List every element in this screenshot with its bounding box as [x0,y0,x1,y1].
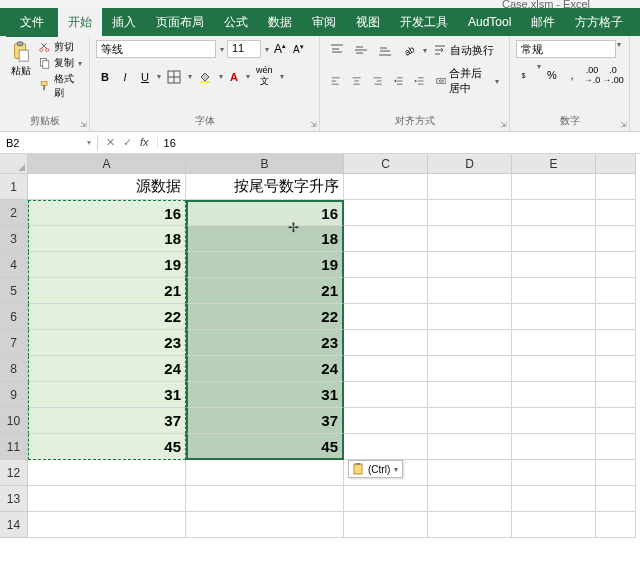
italic-button[interactable]: I [116,68,134,86]
decrease-font-button[interactable]: A▾ [291,43,306,55]
cell[interactable] [596,382,636,408]
increase-decimal-button[interactable]: .00→.0 [583,62,601,88]
cell[interactable] [512,460,596,486]
cell[interactable] [596,200,636,226]
alignment-dialog-launcher[interactable]: ⇲ [500,120,507,129]
cell[interactable] [596,408,636,434]
cell[interactable] [428,174,512,200]
cell[interactable] [428,408,512,434]
cell[interactable]: 22 [186,304,344,330]
cell[interactable] [186,486,344,512]
row-header[interactable]: 5 [0,278,28,304]
number-dialog-launcher[interactable]: ⇲ [620,120,627,129]
cell[interactable] [596,252,636,278]
cell[interactable]: 37 [28,408,186,434]
cell[interactable] [344,382,428,408]
fill-color-button[interactable] [194,67,216,87]
cancel-formula-button[interactable]: ✕ [106,136,115,149]
cell[interactable] [512,226,596,252]
cell[interactable] [428,460,512,486]
col-header-extra[interactable] [596,154,636,174]
chevron-down-icon[interactable]: ▾ [87,138,91,147]
cell[interactable] [428,382,512,408]
align-right-button[interactable] [368,71,387,91]
cell[interactable] [428,200,512,226]
align-bottom-button[interactable] [374,40,396,60]
cell[interactable] [596,226,636,252]
align-top-button[interactable] [326,40,348,60]
clipboard-dialog-launcher[interactable]: ⇲ [80,120,87,129]
cell[interactable] [596,356,636,382]
cell[interactable] [512,252,596,278]
cut-button[interactable]: 剪切 [39,40,83,54]
font-color-button[interactable]: A [225,68,243,86]
cell[interactable] [512,304,596,330]
cell[interactable] [596,304,636,330]
insert-function-button[interactable]: fx [140,136,149,149]
cell[interactable]: 21 [28,278,186,304]
cell[interactable]: 源数据 [28,174,186,200]
cell[interactable] [428,304,512,330]
cell[interactable] [28,512,186,538]
cell[interactable]: 16 [186,200,344,226]
cell[interactable]: 19 [28,252,186,278]
cell[interactable] [596,486,636,512]
cell[interactable]: 24 [28,356,186,382]
tab-insert[interactable]: 插入 [102,8,146,37]
underline-button[interactable]: U [136,68,154,86]
row-header[interactable]: 3 [0,226,28,252]
select-all-corner[interactable] [0,154,28,174]
cell[interactable] [512,382,596,408]
cell[interactable] [344,304,428,330]
worksheet-grid[interactable]: A B C D E 1 源数据 按尾号数字升序 21616 31818 4191… [0,154,640,538]
cell[interactable] [596,330,636,356]
cell[interactable] [344,408,428,434]
cell[interactable] [344,174,428,200]
cell[interactable] [596,174,636,200]
tab-review[interactable]: 审阅 [302,8,346,37]
cell[interactable] [344,486,428,512]
cell[interactable] [596,434,636,460]
tab-formulas[interactable]: 公式 [214,8,258,37]
row-header[interactable]: 4 [0,252,28,278]
row-header[interactable]: 10 [0,408,28,434]
col-header-D[interactable]: D [428,154,512,174]
cell[interactable]: 24 [186,356,344,382]
col-header-E[interactable]: E [512,154,596,174]
cell[interactable] [186,512,344,538]
bold-button[interactable]: B [96,68,114,86]
cell[interactable] [512,330,596,356]
cell[interactable] [428,226,512,252]
cell[interactable] [344,434,428,460]
cell[interactable] [428,356,512,382]
cell[interactable]: 按尾号数字升序 [186,174,344,200]
cell[interactable]: 18 [28,226,186,252]
cell[interactable] [344,512,428,538]
enter-formula-button[interactable]: ✓ [123,136,132,149]
cell[interactable] [512,356,596,382]
cell[interactable] [512,200,596,226]
percent-button[interactable]: % [543,62,561,88]
row-header[interactable]: 12 [0,460,28,486]
cell[interactable]: 45 [28,434,186,460]
row-header[interactable]: 1 [0,174,28,200]
row-header[interactable]: 7 [0,330,28,356]
cell[interactable]: 37 [186,408,344,434]
name-box[interactable]: B2 ▾ [0,135,98,151]
increase-font-button[interactable]: A▴ [272,42,288,56]
cell[interactable] [428,512,512,538]
cell[interactable] [344,330,428,356]
cell[interactable] [344,252,428,278]
phonetic-button[interactable]: wén文 [252,62,277,91]
cell[interactable] [344,200,428,226]
tab-home[interactable]: 开始 [58,8,102,37]
decrease-indent-button[interactable] [389,71,408,91]
col-header-C[interactable]: C [344,154,428,174]
tab-file[interactable]: 文件 [6,8,58,37]
accounting-format-button[interactable]: $ [516,62,534,88]
cell[interactable]: 21 [186,278,344,304]
align-left-button[interactable] [326,71,345,91]
row-header[interactable]: 13 [0,486,28,512]
cell[interactable] [344,356,428,382]
tab-developer[interactable]: 开发工具 [390,8,458,37]
